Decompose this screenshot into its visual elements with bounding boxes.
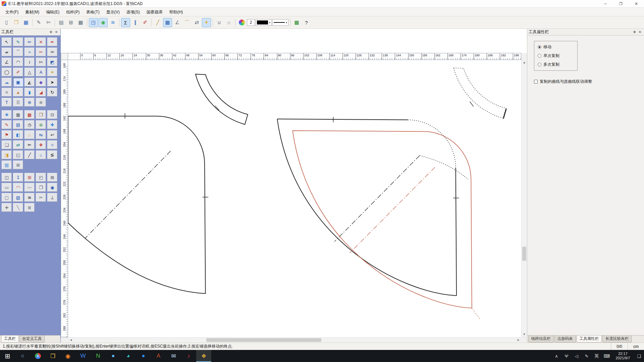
tool-icon[interactable]: ⇆ bbox=[36, 130, 46, 139]
tool-icon[interactable]: ⊛ bbox=[36, 120, 46, 129]
taskbar-mail[interactable]: ✉ bbox=[166, 350, 181, 362]
pen-tool-button[interactable]: ✎ bbox=[34, 18, 43, 27]
taskbar-qq[interactable]: ● bbox=[106, 350, 121, 362]
tool-icon[interactable]: ☰ bbox=[13, 98, 23, 107]
tray-notification-center[interactable]: ❑ bbox=[634, 354, 644, 359]
tool-icon[interactable]: A bbox=[36, 68, 46, 76]
tool-icon[interactable]: ⌂ bbox=[24, 130, 35, 139]
tool-icon[interactable]: ▤ bbox=[2, 161, 12, 169]
skirt-back-side-edge[interactable] bbox=[456, 168, 457, 296]
tool-icon[interactable]: ❐ bbox=[36, 183, 46, 192]
tool-icon[interactable]: ╲ bbox=[13, 203, 23, 212]
snap-toggle-button[interactable]: ✦ bbox=[202, 18, 211, 27]
skirt-back-grainline[interactable] bbox=[334, 156, 420, 242]
tool-icon[interactable]: ◠ bbox=[13, 58, 23, 66]
menu-item[interactable]: 文件(F) bbox=[2, 9, 22, 15]
tool-icon[interactable]: ⌗ bbox=[47, 140, 57, 149]
taskbar-firefox[interactable]: ◉ bbox=[60, 350, 75, 362]
taskbar-search-cortana[interactable]: ○ bbox=[15, 350, 30, 362]
pattern-drawing[interactable] bbox=[68, 60, 521, 337]
color-grid-button[interactable]: ▩ bbox=[292, 18, 301, 27]
taskbar-edge[interactable]: ◕ bbox=[121, 350, 136, 362]
tool-icon[interactable]: ⌂ bbox=[36, 150, 46, 159]
tool-icon[interactable]: ▲ bbox=[13, 88, 23, 97]
menu-item[interactable]: 素材(M) bbox=[22, 9, 43, 15]
tool-icon[interactable]: ◨ bbox=[2, 150, 12, 159]
waistband-copy-notch[interactable] bbox=[470, 102, 474, 107]
tool-icon[interactable]: ❖ bbox=[36, 140, 46, 149]
ghost-waist-dotted[interactable] bbox=[420, 156, 468, 179]
tool-icon[interactable]: ◩ bbox=[47, 58, 57, 66]
tool-icon[interactable]: ▮ bbox=[24, 88, 35, 97]
maximize-button[interactable]: ❐ bbox=[613, 0, 629, 7]
pin-icon[interactable]: ✜ bbox=[632, 30, 637, 34]
tool-icon[interactable]: ⊠ bbox=[47, 173, 57, 182]
knife-tool-button[interactable]: ✄ bbox=[44, 18, 53, 27]
tool-icon[interactable]: ◉ bbox=[47, 183, 57, 192]
close-icon[interactable]: ✕ bbox=[637, 30, 643, 34]
tool-icon[interactable]: ◯ bbox=[2, 68, 12, 76]
radio-option[interactable]: 移动 bbox=[538, 44, 574, 50]
red-brush-button[interactable]: ✐ bbox=[141, 18, 150, 27]
menu-item[interactable]: 国赛题库 bbox=[143, 9, 166, 15]
skirt-back-waist-dotted[interactable] bbox=[408, 120, 455, 168]
tool-icon[interactable]: ↻ bbox=[47, 88, 57, 97]
scroll-up-arrow[interactable]: ▲ bbox=[522, 60, 527, 65]
properties-panel-tab[interactable]: 点放码表 bbox=[554, 336, 576, 343]
tool-icon[interactable]: ❖ bbox=[2, 110, 12, 119]
minimize-button[interactable]: ─ bbox=[598, 0, 613, 7]
tape-measure-button[interactable]: ⌒ bbox=[182, 18, 192, 27]
radio-button[interactable] bbox=[538, 63, 541, 66]
properties-panel-tab[interactable]: 长度比较表栏 bbox=[602, 336, 632, 343]
skirt-front-grainline[interactable] bbox=[85, 151, 171, 238]
tool-icon[interactable]: ✏ bbox=[24, 140, 35, 149]
tool-icon[interactable]: ▤ bbox=[13, 120, 23, 129]
line-style-dropdown[interactable]: ▾ bbox=[272, 19, 288, 26]
vertical-scroll-track[interactable] bbox=[522, 65, 527, 332]
tool-icon[interactable]: ▩ bbox=[24, 110, 35, 119]
taskbar-cad-viewer[interactable]: A bbox=[151, 350, 166, 362]
fill-view-button[interactable]: ≋ bbox=[108, 18, 117, 27]
tool-icon[interactable]: ➤ bbox=[47, 78, 57, 86]
vertical-scroll-thumb[interactable] bbox=[522, 247, 526, 261]
tool-icon[interactable]: ≶ bbox=[47, 150, 57, 159]
save-file-button[interactable]: ▦ bbox=[21, 18, 31, 27]
tool-icon[interactable]: ❒ bbox=[36, 110, 46, 119]
tray-volume[interactable]: ◁ bbox=[572, 354, 582, 359]
vertical-ruler[interactable]: 1681741801861921982042102162222282342402… bbox=[61, 60, 68, 337]
tray-touch-keyboard[interactable]: ⌨ bbox=[602, 354, 612, 359]
copy-grainline-red[interactable] bbox=[350, 167, 435, 253]
tool-icon[interactable]: ✕ bbox=[36, 38, 46, 46]
taskbar-notes-app[interactable]: N bbox=[91, 350, 106, 362]
tool-icon[interactable]: ⊕ bbox=[24, 98, 35, 107]
pattern-table-button[interactable]: ▦ bbox=[76, 18, 85, 27]
tool-icon[interactable]: ◠ bbox=[13, 183, 23, 192]
taskbar-wps[interactable]: W bbox=[75, 350, 91, 362]
tool-icon[interactable]: ▦ bbox=[13, 110, 23, 119]
tool-icon[interactable]: T bbox=[2, 98, 12, 107]
menu-item[interactable]: 纸样(P) bbox=[63, 9, 83, 15]
tool-icon[interactable]: ✑ bbox=[47, 48, 57, 56]
tool-icon[interactable]: ≡ bbox=[2, 88, 12, 97]
tool-icon[interactable]: ▨ bbox=[13, 193, 23, 202]
tool-icon[interactable]: ◰ bbox=[36, 173, 46, 182]
taskbar-start-button[interactable]: ⊞ bbox=[0, 350, 15, 362]
taskbar-clock[interactable]: 22:172021/9/7 bbox=[612, 352, 634, 360]
tool-icon[interactable]: ✎ bbox=[2, 120, 12, 129]
linked-adjust-checkbox[interactable] bbox=[534, 80, 538, 83]
open-file-button[interactable]: ❒ bbox=[12, 18, 21, 27]
properties-panel-tab[interactable]: 工具属性栏 bbox=[577, 336, 602, 343]
tool-icon[interactable]: ✦ bbox=[47, 68, 57, 76]
ruler-tool-button[interactable]: ╱ bbox=[153, 18, 162, 27]
tray-pen-input[interactable]: ✎ bbox=[582, 354, 592, 359]
tool-icon[interactable]: ◫ bbox=[2, 173, 12, 182]
tool-icon[interactable]: ≣ bbox=[24, 203, 35, 212]
tool-icon[interactable]: ▭ bbox=[2, 183, 12, 192]
magnet-open-button[interactable]: ∪ bbox=[215, 18, 224, 27]
tool-icon[interactable]: ⌒ bbox=[13, 48, 23, 56]
context-help-button[interactable]: ? bbox=[302, 18, 311, 27]
tool-icon[interactable]: ↩ bbox=[47, 130, 57, 139]
scroll-down-arrow[interactable]: ▼ bbox=[522, 332, 527, 337]
grid-view-button[interactable]: ▦ bbox=[163, 18, 172, 27]
close-icon[interactable]: ✕ bbox=[54, 30, 59, 34]
